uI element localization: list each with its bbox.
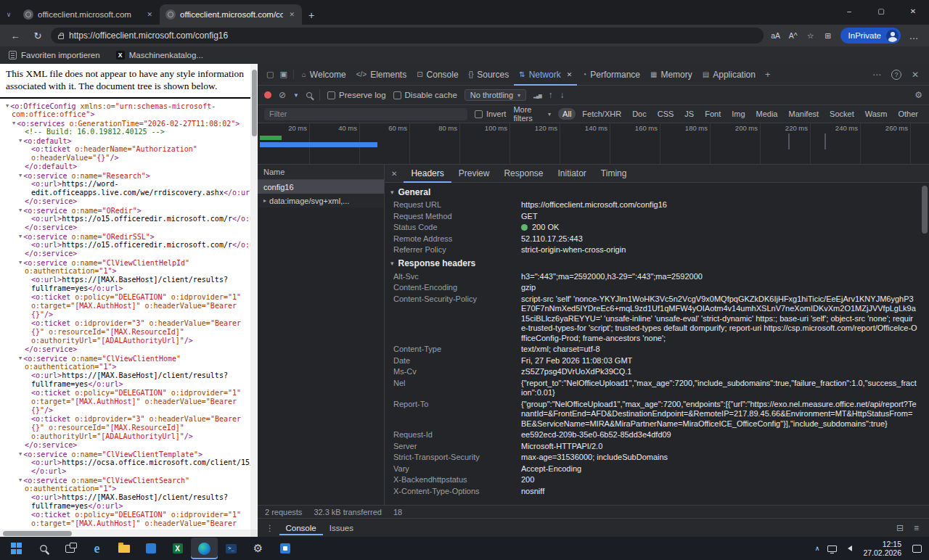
devtools-menu-icon[interactable]: ⋯ (872, 70, 881, 80)
filter-chip-font[interactable]: Font (700, 108, 725, 120)
tab-network[interactable]: ⇅Network✕ (514, 64, 577, 86)
section-collapse-icon[interactable]: ▾ (390, 189, 394, 196)
inspect-icon[interactable]: ▢ (266, 70, 274, 79)
tab-welcome[interactable]: ⌂Welcome (297, 64, 351, 86)
taskbar-search[interactable] (30, 538, 57, 559)
import-har-icon[interactable]: ↑ (549, 90, 553, 100)
taskbar-task-view[interactable] (57, 538, 83, 559)
favorites-star-icon[interactable]: ☆ (802, 27, 819, 44)
network-request-row[interactable]: config16 (258, 180, 384, 194)
filter-chip-js[interactable]: JS (680, 108, 698, 120)
taskbar-file-explorer[interactable] (110, 538, 137, 559)
new-tab-button[interactable]: + (302, 6, 321, 25)
drawer-list-icon[interactable]: ≡ (914, 523, 919, 533)
vertical-scrollbar[interactable] (250, 64, 258, 530)
device-toolbar-icon[interactable]: ▣ (279, 70, 287, 79)
read-aloud-icon[interactable]: A^ (785, 27, 802, 44)
collapse-arrow-icon[interactable]: ▼ (12, 120, 15, 126)
details-tab-headers[interactable]: Headers (404, 165, 451, 183)
filter-toggle-icon[interactable]: ▼ (293, 92, 299, 99)
collapse-arrow-icon[interactable]: ▼ (19, 477, 22, 483)
drawer-dock-icon[interactable]: ⊟ (896, 523, 904, 533)
address-bar[interactable]: https://officeclient.microsoft.com/confi… (51, 28, 764, 44)
invert-toggle[interactable]: Invert (475, 110, 507, 118)
network-tray-icon[interactable] (827, 545, 837, 552)
filter-chip-all[interactable]: All (558, 108, 576, 120)
back-button[interactable]: ← (6, 27, 25, 44)
collapse-arrow-icon[interactable]: ▼ (19, 138, 22, 144)
filter-chip-socket[interactable]: Socket (825, 108, 859, 120)
browser-tab[interactable]: officeclient.microsoft.com/config1✕ (160, 4, 302, 25)
invert-checkbox[interactable] (475, 110, 483, 118)
section-collapse-icon[interactable]: ▾ (390, 260, 394, 267)
requests-name-header[interactable]: Name (258, 165, 384, 180)
search-icon[interactable] (306, 92, 312, 98)
more-filters-dropdown[interactable]: More filters▾ (513, 105, 551, 123)
taskbar-edge-legacy[interactable]: e (83, 538, 110, 559)
taskbar-powershell[interactable]: >_ (218, 538, 245, 559)
section-header[interactable]: ▾General (390, 184, 917, 199)
minimize-button[interactable]: – (833, 0, 865, 22)
throttling-select[interactable]: No throttling▾ (464, 89, 526, 101)
clear-icon[interactable]: ⊘ (279, 90, 286, 100)
tab-performance[interactable]: ◔Performance (577, 64, 645, 86)
details-tab-response[interactable]: Response (496, 165, 550, 183)
details-tab-preview[interactable]: Preview (451, 165, 497, 183)
section-header[interactable]: ▾Response headers (390, 256, 917, 271)
filter-input[interactable]: Filter (264, 108, 467, 120)
preserve-log-checkbox[interactable] (327, 91, 335, 99)
help-icon[interactable]: ? (891, 70, 901, 80)
details-tab-timing[interactable]: Timing (594, 165, 634, 183)
notification-center-icon[interactable] (912, 545, 922, 553)
close-details-icon[interactable]: ✕ (385, 170, 404, 178)
collapse-arrow-icon[interactable]: ▼ (19, 234, 22, 239)
translate-icon[interactable]: aA (767, 27, 785, 44)
tab-elements[interactable]: </>Elements (351, 64, 412, 86)
preserve-log-toggle[interactable]: Preserve log (327, 91, 386, 99)
collapse-arrow-icon[interactable]: ▼ (19, 207, 22, 213)
filter-chip-other[interactable]: Other (893, 108, 922, 120)
browser-menu-button[interactable]: … (904, 27, 923, 44)
horizontal-scrollbar-thumb[interactable] (3, 531, 72, 536)
tab-sources[interactable]: {}Sources (464, 64, 515, 86)
taskbar-edge[interactable] (191, 538, 218, 559)
close-button[interactable]: ✕ (897, 0, 929, 22)
disable-cache-toggle[interactable]: Disable cache (393, 91, 457, 99)
close-devtools-icon[interactable]: ✕ (912, 70, 919, 80)
tab-close-icon[interactable]: ✕ (145, 9, 154, 20)
filter-chip-img[interactable]: Img (727, 108, 749, 120)
drawer-menu-icon[interactable]: ⋮ (262, 523, 278, 533)
filter-chip-wasm[interactable]: Wasm (861, 108, 892, 120)
inprivate-badge[interactable]: InPrivate (840, 28, 901, 44)
tab-close-icon[interactable]: ✕ (287, 9, 296, 20)
network-settings-icon[interactable]: ⚙ (914, 90, 922, 100)
filter-chip-css[interactable]: CSS (653, 108, 679, 120)
tab-application[interactable]: ▤Application (697, 64, 761, 86)
collapse-arrow-icon[interactable]: ▼ (19, 173, 22, 178)
disclosure-triangle-icon[interactable]: ▸ (263, 197, 266, 204)
taskbar-app-tile[interactable] (271, 538, 298, 559)
drawer-tab-console[interactable]: Console (279, 521, 323, 535)
collapse-arrow-icon[interactable]: ▼ (19, 451, 22, 457)
taskbar-excel[interactable]: X (164, 538, 191, 559)
browser-tab[interactable]: officeclient.microsoft.com✕ (17, 4, 160, 25)
export-har-icon[interactable]: ↓ (560, 90, 565, 100)
collapse-arrow-icon[interactable]: ▼ (19, 355, 22, 361)
horizontal-scrollbar[interactable] (0, 530, 250, 537)
taskbar-clock[interactable]: 12:15 27.02.2026 (860, 540, 904, 558)
vertical-scrollbar-thumb[interactable] (252, 70, 257, 136)
network-conditions-icon[interactable]: ▂▄▆ (533, 93, 541, 98)
volume-tray-icon[interactable] (845, 545, 852, 551)
more-panels-button[interactable]: + (761, 69, 775, 80)
details-scrollbar-thumb[interactable] (922, 186, 928, 234)
drawer-tab-issues[interactable]: Issues (323, 521, 360, 535)
details-tab-initiator[interactable]: Initiator (550, 165, 593, 183)
bookmark-item[interactable]: XMaschinenkatalog... (116, 51, 203, 59)
collapse-arrow-icon[interactable]: ▼ (6, 103, 9, 109)
taskbar-app-window[interactable] (137, 538, 164, 559)
filter-chip-manifest[interactable]: Manifest (785, 108, 824, 120)
taskbar-settings[interactable]: ⚙ (245, 538, 271, 559)
taskbar-start[interactable] (3, 538, 30, 559)
tab-memory[interactable]: ▦Memory (645, 64, 697, 86)
record-icon[interactable] (264, 91, 271, 99)
